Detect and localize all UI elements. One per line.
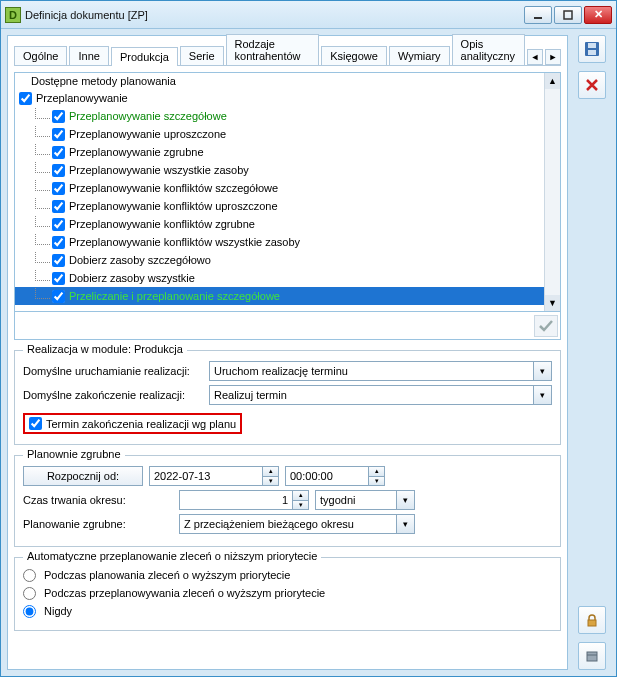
duration-label: Czas trwania okresu:: [23, 494, 173, 506]
tree-item-label: Przeplanowywanie konfliktów wszystkie za…: [69, 236, 300, 248]
tree-item-checkbox[interactable]: [52, 200, 65, 213]
tree-root[interactable]: Przeplanowywanie: [15, 89, 544, 107]
auto-option[interactable]: Podczas planowania zleceń o wyższym prio…: [23, 566, 552, 584]
tree-item-checkbox[interactable]: [52, 128, 65, 141]
default-start-combo[interactable]: Uruchom realizację terminu ▾: [209, 361, 552, 381]
tree-item[interactable]: Przeplanowywanie konfliktów wszystkie za…: [15, 233, 544, 251]
titlebar: D Definicja dokumentu [ZP] ✕: [1, 1, 616, 29]
time-spinner[interactable]: ▴▾: [368, 467, 384, 485]
tree-item-checkbox[interactable]: [52, 236, 65, 249]
lock-button[interactable]: [578, 606, 606, 634]
tabs-scroll-right[interactable]: ►: [545, 49, 561, 65]
close-icon: [585, 78, 599, 92]
chevron-down-icon[interactable]: ▾: [533, 362, 551, 380]
tree-item-checkbox[interactable]: [52, 218, 65, 231]
tree-item[interactable]: Przeplanowywanie wszystkie zasoby: [15, 161, 544, 179]
auto-option-label: Nigdy: [44, 605, 72, 617]
chevron-down-icon[interactable]: ▾: [396, 491, 414, 509]
auto-option[interactable]: Podczas przeplanowywania zleceń o wyższy…: [23, 584, 552, 602]
realization-group: Realizacja w module: Produkcja Domyślne …: [14, 350, 561, 445]
tree-item-label: Przeplanowywanie konfliktów zgrubne: [69, 218, 255, 230]
rough-planning-label: Planowanie zgrubne:: [23, 518, 173, 530]
tree-item-checkbox[interactable]: [52, 182, 65, 195]
svg-rect-1: [564, 11, 572, 19]
minimize-button[interactable]: [524, 6, 552, 24]
time-input[interactable]: 00:00:00 ▴▾: [285, 466, 385, 486]
tree-item[interactable]: Przeplanowywanie konfliktów uproszczone: [15, 197, 544, 215]
tab-wymiary[interactable]: Wymiary: [389, 46, 450, 65]
rough-planning-select[interactable]: Z przeciążeniem bieżącego okresu ▾: [179, 514, 415, 534]
tree-item-checkbox[interactable]: [52, 164, 65, 177]
rough-planning-value: Z przeciążeniem bieżącego okresu: [184, 518, 354, 530]
start-from-button[interactable]: Rozpocznij od:: [23, 466, 143, 486]
auto-replan-group: Automatyczne przeplanowanie zleceń o niż…: [14, 557, 561, 631]
tree-item[interactable]: Przeplanowywanie szczegółowe: [15, 107, 544, 125]
tree-item-checkbox[interactable]: [52, 146, 65, 159]
tree-item[interactable]: Przeliczanie i przeplanowanie szczegółow…: [15, 287, 544, 305]
tab-produkcja[interactable]: Produkcja: [111, 47, 178, 66]
cancel-button[interactable]: [578, 71, 606, 99]
close-window-button[interactable]: ✕: [584, 6, 612, 24]
save-button[interactable]: [578, 35, 606, 63]
default-end-combo[interactable]: Realizuj termin ▾: [209, 385, 552, 405]
chevron-down-icon[interactable]: ▾: [396, 515, 414, 533]
confirm-check-button[interactable]: [534, 315, 558, 337]
tree-item-label: Dobierz zasoby wszystkie: [69, 272, 195, 284]
auto-option-radio[interactable]: [23, 587, 36, 600]
tab-serie[interactable]: Serie: [180, 46, 224, 65]
tab-rodzaje[interactable]: Rodzaje kontrahentów: [226, 34, 320, 65]
tree-item-checkbox[interactable]: [52, 290, 65, 303]
chevron-down-icon[interactable]: ▾: [533, 386, 551, 404]
tree-item[interactable]: Przeplanowywanie uproszczone: [15, 125, 544, 143]
save-icon: [584, 41, 600, 57]
tree-item-label: Przeplanowywanie konfliktów uproszczone: [69, 200, 278, 212]
tab-inne[interactable]: Inne: [69, 46, 108, 65]
tree-item-label: Dobierz zasoby szczegółowo: [69, 254, 211, 266]
tree-item[interactable]: Dobierz zasoby wszystkie: [15, 269, 544, 287]
scroll-up[interactable]: ▲: [545, 73, 560, 89]
duration-input[interactable]: 1 ▴▾: [179, 490, 309, 510]
default-end-label: Domyślne zakończenie realizacji:: [23, 389, 203, 401]
tree-item[interactable]: Przeplanowywanie konfliktów szczegółowe: [15, 179, 544, 197]
auto-option[interactable]: Nigdy: [23, 602, 552, 620]
auto-option-radio[interactable]: [23, 569, 36, 582]
duration-value: 1: [282, 494, 288, 506]
termin-checkbox-highlight: Termin zakończenia realizacji wg planu: [23, 413, 242, 434]
lock-icon: [585, 613, 599, 627]
tree-item-checkbox[interactable]: [52, 254, 65, 267]
tree-scrollbar[interactable]: ▲ ▼: [544, 73, 560, 311]
duration-unit-value: tygodni: [320, 494, 355, 506]
window-title: Definicja dokumentu [ZP]: [25, 9, 524, 21]
svg-rect-3: [588, 43, 596, 48]
tree-item-checkbox[interactable]: [52, 272, 65, 285]
tree-item[interactable]: Dobierz zasoby szczegółowo: [15, 251, 544, 269]
date-spinner[interactable]: ▴▾: [262, 467, 278, 485]
duration-unit-select[interactable]: tygodni ▾: [315, 490, 415, 510]
tree-root-checkbox[interactable]: [19, 92, 32, 105]
maximize-button[interactable]: [554, 6, 582, 24]
tab-opis[interactable]: Opis analityczny: [452, 34, 525, 65]
tabs-scroll-left[interactable]: ◄: [527, 49, 543, 65]
tree-item-label: Przeplanowywanie uproszczone: [69, 128, 226, 140]
default-start-value: Uruchom realizację terminu: [214, 365, 348, 377]
tab-ogolne[interactable]: Ogólne: [14, 46, 67, 65]
auto-option-radio[interactable]: [23, 605, 36, 618]
app-icon: D: [5, 7, 21, 23]
scroll-down[interactable]: ▼: [545, 295, 560, 311]
tree-item[interactable]: Przeplanowywanie zgrubne: [15, 143, 544, 161]
duration-spinner[interactable]: ▴▾: [292, 491, 308, 509]
main-panel: Ogólne Inne Produkcja Serie Rodzaje kont…: [7, 35, 568, 670]
default-end-value: Realizuj termin: [214, 389, 287, 401]
termin-checkbox[interactable]: [29, 417, 42, 430]
tree-item-checkbox[interactable]: [52, 110, 65, 123]
tree-header: Dostępne metody planowania: [15, 73, 544, 89]
tree-item-label: Przeplanowywanie wszystkie zasoby: [69, 164, 249, 176]
time-value: 00:00:00: [290, 470, 333, 482]
tree-item-label: Przeplanowywanie szczegółowe: [69, 110, 227, 122]
svg-rect-5: [588, 620, 596, 626]
default-start-label: Domyślne uruchamianie realizacji:: [23, 365, 203, 377]
tab-ksiegowe[interactable]: Księgowe: [321, 46, 387, 65]
date-input[interactable]: 2022-07-13 ▴▾: [149, 466, 279, 486]
history-button[interactable]: [578, 642, 606, 670]
tree-item[interactable]: Przeplanowywanie konfliktów zgrubne: [15, 215, 544, 233]
